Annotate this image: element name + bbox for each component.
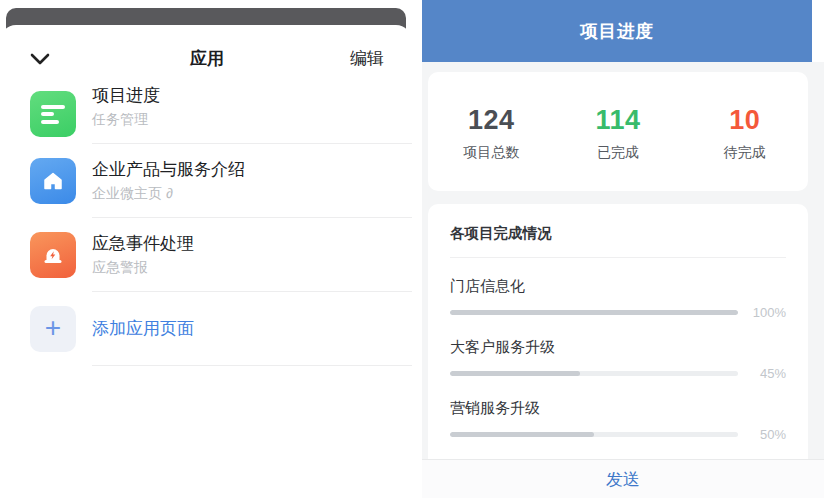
project-name: 大客户服务升级 (450, 338, 786, 357)
app-list: 项目进度 任务管理 企业产品与服务介绍 企业微主页 ∂ (30, 84, 412, 366)
screen: 应用 编辑 项目进度 任务管理 (0, 0, 824, 498)
sheet-header: 应用 编辑 (0, 25, 412, 70)
send-button[interactable]: 发送 (606, 468, 640, 491)
preview-body: 124 项目总数 114 已完成 10 待完成 各项目完成情况 门店信息化 10… (422, 62, 824, 498)
sheet-title: 应用 (86, 47, 328, 70)
progress-bar (450, 371, 738, 376)
stat-todo-label: 待完成 (681, 144, 808, 162)
progress-percent: 45% (746, 366, 786, 381)
add-app-page-row[interactable]: + 添加应用页面 (30, 292, 412, 366)
project-name: 营销服务升级 (450, 399, 786, 418)
project-name: 门店信息化 (450, 277, 786, 296)
stat-todo-value: 10 (681, 105, 808, 136)
stat-done: 114 已完成 (555, 105, 682, 162)
stat-done-label: 已完成 (555, 144, 682, 162)
micro-page-icon: ∂ (166, 185, 173, 201)
list-item-company-intro[interactable]: 企业产品与服务介绍 企业微主页 ∂ (30, 144, 412, 218)
add-app-page-button[interactable]: 添加应用页面 (92, 319, 194, 338)
plus-icon[interactable]: + (30, 306, 76, 352)
project-row: 门店信息化 100% (450, 277, 786, 319)
edit-button[interactable]: 编辑 (350, 47, 384, 70)
app-subtitle: 企业微主页 ∂ (92, 185, 394, 203)
progress-percent: 50% (746, 427, 786, 442)
project-row: 营销服务升级 50% (450, 399, 786, 441)
app-title: 企业产品与服务介绍 (92, 158, 394, 181)
app-title: 应急事件处理 (92, 232, 394, 255)
stat-todo: 10 待完成 (681, 105, 808, 162)
chevron-down-icon[interactable] (30, 53, 50, 65)
home-icon (30, 158, 76, 204)
preview-title: 项目进度 (580, 19, 654, 43)
stat-total-label: 项目总数 (428, 144, 555, 162)
app-title: 项目进度 (92, 84, 394, 107)
alarm-icon (30, 232, 76, 278)
list-item-emergency[interactable]: 应急事件处理 应急警报 (30, 218, 412, 292)
project-row: 大客户服务升级 45% (450, 338, 786, 380)
progress-percent: 100% (746, 305, 786, 320)
app-subtitle: 应急警报 (92, 259, 394, 277)
stats-card: 124 项目总数 114 已完成 10 待完成 (428, 72, 808, 191)
stat-total: 124 项目总数 (428, 105, 555, 162)
preview-header: 项目进度 (422, 0, 812, 62)
projects-card: 各项目完成情况 门店信息化 100% 大客户服务升级 45% 营销服务升级 (428, 204, 808, 496)
progress-bar (450, 432, 738, 437)
send-bar: 发送 (422, 459, 824, 498)
list-item-project-progress[interactable]: 项目进度 任务管理 (30, 84, 412, 144)
section-title: 各项目完成情况 (450, 224, 786, 258)
bottom-sheet: 应用 编辑 项目进度 任务管理 (0, 25, 412, 498)
stat-total-value: 124 (428, 105, 555, 136)
stat-done-value: 114 (555, 105, 682, 136)
app-subtitle: 任务管理 (92, 111, 394, 129)
progress-bar (450, 310, 738, 315)
task-list-icon (30, 91, 76, 137)
app-list-panel: 应用 编辑 项目进度 任务管理 (0, 0, 412, 498)
